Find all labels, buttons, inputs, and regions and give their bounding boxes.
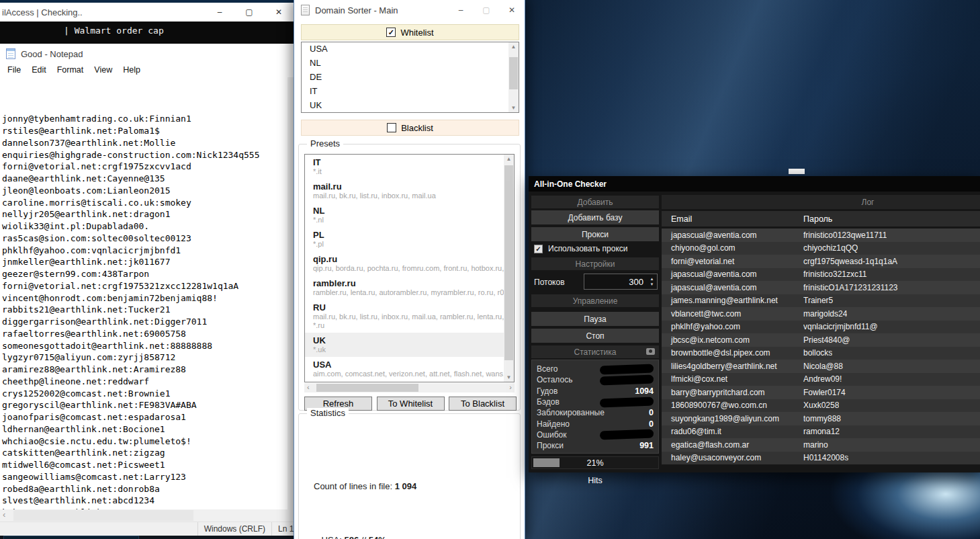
whitelist-item[interactable]: UK bbox=[302, 99, 519, 113]
spin-up-icon[interactable]: ▲ bbox=[650, 278, 654, 281]
log-password-cell: Fowler0174 bbox=[803, 388, 846, 397]
checker-log-panel: Лог Email Пароль japascual@aventia.com f… bbox=[662, 192, 980, 472]
use-proxy-checkbox[interactable]: ✓ bbox=[534, 245, 543, 253]
horizontal-scrollbar[interactable]: ‹ bbox=[0, 509, 294, 522]
blacklist-checkbox[interactable]: ✓ bbox=[387, 123, 396, 132]
check-icon: ✓ bbox=[535, 245, 541, 253]
notepad-line: jonny@tybenhamtrading.co.uk:Finnian1 bbox=[2, 113, 287, 125]
preset-item[interactable]: mail.ru mail.ru, bk.ru, list.ru, inbox.r… bbox=[305, 179, 514, 203]
preset-name: PL bbox=[313, 230, 514, 240]
use-proxy-label: Использовать прокси bbox=[548, 244, 628, 253]
preset-action-button[interactable]: To Blacklist bbox=[449, 397, 517, 411]
log-row[interactable]: suyongkang1989@aliyun.com tommy888 bbox=[662, 412, 980, 425]
horizontal-scrollbar[interactable]: ‹ › bbox=[304, 383, 515, 392]
vertical-scrollbar[interactable]: ▲ ▼ bbox=[504, 155, 514, 382]
notepad-line: forni@vetorial.net:crgf1975321zxcc12281w… bbox=[2, 280, 287, 292]
log-row[interactable]: chiyono@gol.com chiyochiz1qQQ bbox=[662, 242, 980, 255]
scrollbar-thumb[interactable] bbox=[509, 57, 518, 89]
stat-row: Бэдов bbox=[532, 397, 658, 407]
stat-line: Count of lines in file: 1 094 bbox=[314, 480, 516, 493]
notepad-text-area[interactable]: jonny@tybenhamtrading.co.uk:Finnian1rsti… bbox=[0, 77, 287, 509]
vertical-scrollbar[interactable] bbox=[287, 77, 294, 509]
scroll-up-icon[interactable]: ▲ bbox=[508, 44, 519, 50]
preset-item[interactable]: UK *.uk bbox=[305, 333, 514, 357]
notepad-line: ldhernan@earthlink.net:Bocione1 bbox=[2, 423, 287, 436]
whitelist-item[interactable]: DE bbox=[302, 71, 519, 85]
log-row[interactable]: forni@vetorial.net crgf1975qweasd-1q1q1a… bbox=[662, 255, 980, 268]
menu-item[interactable]: Format bbox=[52, 64, 89, 77]
preset-action-button[interactable]: To Whitelist bbox=[377, 397, 445, 411]
menu-item[interactable]: Help bbox=[118, 64, 146, 77]
minimize-icon[interactable]: – bbox=[448, 0, 474, 20]
menu-item[interactable]: View bbox=[89, 64, 118, 77]
scroll-up-icon[interactable]: ▲ bbox=[504, 156, 514, 162]
statistics-legend: Statistics bbox=[307, 408, 349, 418]
notepad-line: jnmkeller@earthlink.net:jk011677 bbox=[2, 256, 287, 268]
log-row[interactable]: jbcsc@ix.netcom.com Priest4840@ bbox=[662, 333, 980, 347]
log-column-email[interactable]: Email bbox=[662, 214, 803, 224]
log-row[interactable]: 18608900767@wo.com.cn Xuxk0258 bbox=[662, 399, 980, 413]
log-row[interactable]: japascual@aventia.com frinisticO1A171231… bbox=[662, 281, 980, 294]
whitelist-item[interactable]: IT bbox=[302, 85, 519, 99]
preset-item[interactable]: NL *.nl bbox=[305, 203, 514, 227]
log-row[interactable]: barry@barrypritchard.com Fowler0174 bbox=[662, 386, 980, 399]
whitelist-listbox[interactable]: ▲ ▼ USANLDEITUK bbox=[301, 42, 519, 113]
scroll-down-icon[interactable]: ▼ bbox=[508, 105, 519, 111]
log-row[interactable]: james.manning@earthlink.net Trainer5 bbox=[662, 294, 980, 308]
log-email-cell: jbcsc@ix.netcom.com bbox=[662, 335, 803, 345]
log-column-password[interactable]: Пароль bbox=[803, 214, 832, 224]
console-output[interactable]: | Walmart order cap bbox=[0, 22, 294, 44]
whitelist-item[interactable]: USA bbox=[302, 42, 519, 56]
stop-button[interactable]: Стоп bbox=[531, 329, 659, 343]
log-row[interactable]: phklhf@yahoo.com vqnlacicrjmjbnfd11@ bbox=[662, 321, 980, 334]
spin-down-icon[interactable]: ▼ bbox=[650, 283, 654, 286]
threads-value[interactable]: 300 bbox=[584, 277, 647, 287]
log-row[interactable]: lfmicki@cox.net Andrew09! bbox=[662, 373, 980, 386]
notepad-line: ras5cas@sion.com:soltec00soltec00123 bbox=[2, 233, 287, 245]
log-row[interactable]: lilies4goldberry@earthlink.net Nicola@88 bbox=[662, 360, 980, 373]
log-row[interactable]: japascual@aventia.com frinistico321zxc11 bbox=[662, 268, 980, 282]
notepad-line: enquiries@highgrade-construction.com:Nic… bbox=[2, 149, 287, 161]
preset-item[interactable]: yandex.ru bbox=[305, 381, 514, 382]
preset-item[interactable]: PL *.pl bbox=[305, 227, 514, 251]
scroll-down-icon[interactable]: ▼ bbox=[504, 374, 514, 380]
preset-item[interactable]: USA aim.com, comcast.net, verizon.net, a… bbox=[305, 357, 514, 381]
vertical-scrollbar[interactable]: ▲ ▼ bbox=[508, 42, 519, 112]
scroll-left-icon[interactable]: ‹ bbox=[3, 509, 5, 520]
redacted-value bbox=[600, 375, 654, 386]
camera-icon[interactable] bbox=[646, 348, 655, 355]
log-row[interactable]: radu06@tim.it ramona12 bbox=[662, 425, 980, 439]
log-row[interactable]: japascual@aventia.com frinistico0123qwe1… bbox=[662, 229, 980, 242]
notepad-line: mtidwell6@comcast.net:Picsweet1 bbox=[2, 459, 287, 471]
menu-item[interactable]: Edit bbox=[26, 64, 52, 77]
preset-item[interactable]: IT *.it bbox=[305, 155, 514, 179]
scrollbar-thumb[interactable] bbox=[504, 165, 513, 360]
whitelist-item[interactable]: NL bbox=[302, 56, 519, 71]
scrollbar-thumb[interactable] bbox=[316, 384, 418, 392]
log-row[interactable]: egatica@flash.com.ar marino bbox=[662, 438, 980, 452]
scroll-left-icon[interactable]: ‹ bbox=[307, 383, 310, 391]
preset-listbox[interactable]: ▲ ▼ IT *.it mail.ru mail.ru, bk.ru, list… bbox=[304, 154, 515, 382]
taskbar-item[interactable] bbox=[3, 536, 139, 539]
pause-button[interactable]: Пауза bbox=[531, 312, 659, 326]
proxy-button[interactable]: Прокси bbox=[531, 227, 659, 241]
close-icon[interactable]: ✕ bbox=[499, 0, 525, 20]
stat-row: Всего bbox=[532, 364, 658, 374]
whitelist-checkbox[interactable]: ✓ bbox=[386, 28, 396, 37]
log-row[interactable]: vblancett@twc.com marigolds24 bbox=[662, 307, 980, 321]
threads-spinner[interactable]: 300 ▲ ▼ bbox=[584, 274, 658, 290]
preset-item[interactable]: qip.ru qip.ru, borda.ru, pochta.ru, from… bbox=[305, 251, 514, 276]
whitelist-header: ✓ Whitelist bbox=[301, 24, 519, 40]
preset-item[interactable]: rambler.ru rambler.ru, lenta.ru, autoram… bbox=[305, 276, 514, 300]
preset-item[interactable]: RU mail.ru, bk.ru, list.ru, inbox.ru, ma… bbox=[305, 300, 514, 333]
menu-item[interactable]: File bbox=[2, 64, 26, 77]
maximize-icon[interactable]: ▢ bbox=[234, 3, 264, 22]
log-row[interactable]: haley@usaconveyor.com H01142008s bbox=[662, 452, 980, 465]
scroll-right-icon[interactable]: › bbox=[509, 383, 512, 391]
close-icon[interactable]: ✕ bbox=[264, 3, 294, 22]
add-button[interactable]: Добавить bbox=[531, 196, 659, 208]
add-base-button[interactable]: Добавить базу bbox=[531, 210, 659, 224]
log-row[interactable]: brownbottle@dsl.pipex.com bollocks bbox=[662, 347, 980, 360]
minimize-icon[interactable]: – bbox=[205, 3, 234, 22]
scrollbar-thumb[interactable] bbox=[13, 510, 193, 521]
